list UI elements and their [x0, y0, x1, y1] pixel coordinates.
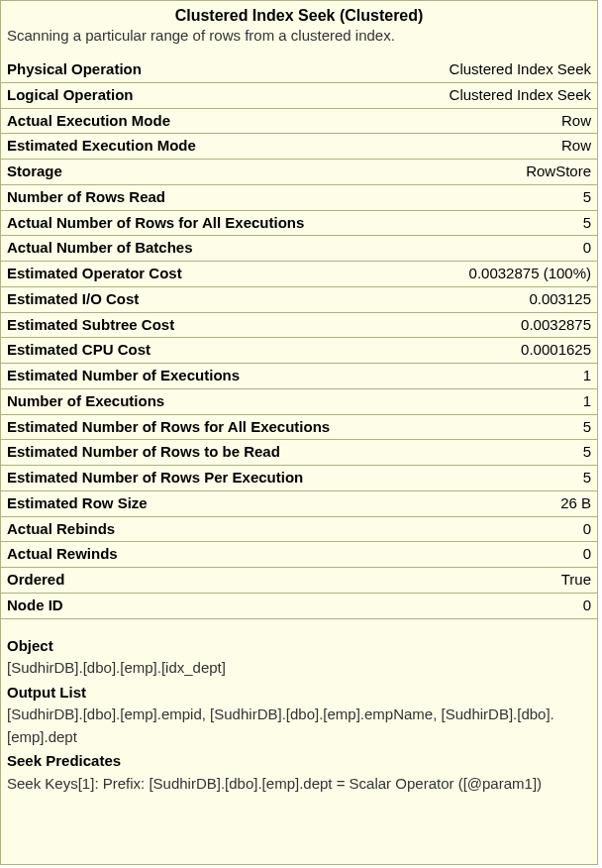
property-row: Estimated Row Size26 B: [1, 491, 597, 517]
property-value: 26 B: [551, 492, 591, 514]
property-value: 0: [573, 237, 591, 259]
details-section: Object[SudhirDB].[dbo].[emp].[idx_dept]O…: [1, 619, 597, 804]
property-value: 0.0032875 (100%): [459, 263, 591, 284]
property-row: Estimated CPU Cost0.0001625: [1, 338, 597, 364]
property-label: Number of Executions: [7, 390, 164, 412]
property-label: Actual Execution Mode: [7, 110, 170, 132]
property-row: OrderedTrue: [1, 568, 597, 594]
property-row: Estimated Number of Executions1: [1, 364, 597, 389]
property-value: 0: [573, 595, 591, 616]
property-label: Storage: [7, 161, 62, 182]
section-text: [SudhirDB].[dbo].[emp].empid, [SudhirDB]…: [7, 704, 591, 748]
property-row: Number of Rows Read5: [1, 185, 597, 211]
property-row: Physical OperationClustered Index Seek: [1, 57, 597, 83]
property-label: Estimated Operator Cost: [7, 263, 182, 284]
property-row: Estimated Operator Cost0.0032875 (100%): [1, 262, 597, 287]
property-value: Row: [552, 135, 591, 157]
property-row: Estimated I/O Cost0.003125: [1, 287, 597, 313]
property-row: Actual Rebinds0: [1, 517, 597, 543]
property-label: Logical Operation: [7, 84, 134, 106]
property-value: 0.0001625: [511, 339, 591, 361]
property-label: Actual Rebinds: [7, 518, 115, 540]
property-row: Estimated Number of Rows for All Executi…: [1, 415, 597, 441]
property-value: RowStore: [516, 161, 591, 182]
property-label: Actual Rewinds: [7, 543, 118, 565]
section-label: Output List: [7, 682, 591, 705]
property-value: Clustered Index Seek: [440, 84, 591, 106]
query-plan-tooltip: Clustered Index Seek (Clustered) Scannin…: [0, 0, 598, 865]
property-value: 0.003125: [519, 288, 591, 310]
tooltip-description: Scanning a particular range of rows from…: [1, 27, 597, 57]
property-label: Estimated I/O Cost: [7, 288, 139, 310]
property-row: Actual Execution ModeRow: [1, 109, 597, 135]
section-label: Seek Predicates: [7, 750, 591, 773]
property-value: 5: [573, 441, 591, 463]
section-text: [SudhirDB].[dbo].[emp].[idx_dept]: [7, 657, 591, 680]
property-row: Node ID0: [1, 594, 597, 619]
property-value: 5: [573, 467, 591, 488]
property-value: 5: [573, 212, 591, 234]
property-value: 0: [573, 518, 591, 540]
property-label: Actual Number of Rows for All Executions: [7, 212, 304, 234]
property-label: Estimated Number of Rows Per Execution: [7, 467, 303, 488]
property-row: Estimated Number of Rows to be Read5: [1, 440, 597, 466]
property-label: Estimated Subtree Cost: [7, 314, 174, 336]
property-row: Actual Number of Rows for All Executions…: [1, 211, 597, 237]
section-text: Seek Keys[1]: Prefix: [SudhirDB].[dbo].[…: [7, 773, 591, 796]
property-value: Clustered Index Seek: [440, 58, 591, 80]
property-value: 5: [573, 186, 591, 208]
property-value: 0: [573, 543, 591, 565]
property-row: Number of Executions1: [1, 389, 597, 415]
property-label: Physical Operation: [7, 58, 142, 80]
property-row: Logical OperationClustered Index Seek: [1, 83, 597, 109]
property-label: Number of Rows Read: [7, 186, 165, 208]
property-label: Actual Number of Batches: [7, 237, 193, 259]
property-label: Node ID: [7, 595, 63, 616]
property-label: Estimated Row Size: [7, 492, 148, 514]
property-label: Estimated Execution Mode: [7, 135, 196, 157]
property-value: 1: [573, 390, 591, 412]
property-list: Physical OperationClustered Index SeekLo…: [1, 57, 597, 619]
tooltip-title: Clustered Index Seek (Clustered): [1, 1, 597, 27]
property-label: Estimated Number of Rows to be Read: [7, 441, 280, 463]
property-row: Estimated Subtree Cost0.0032875: [1, 313, 597, 339]
property-label: Estimated CPU Cost: [7, 339, 150, 361]
property-row: Actual Number of Batches0: [1, 236, 597, 262]
property-value: Row: [552, 110, 591, 132]
property-value: 5: [573, 416, 591, 438]
property-label: Ordered: [7, 569, 64, 591]
property-row: Estimated Execution ModeRow: [1, 134, 597, 160]
property-value: 0.0032875: [511, 314, 591, 336]
property-row: Actual Rewinds0: [1, 542, 597, 568]
property-row: StorageRowStore: [1, 160, 597, 185]
property-row: Estimated Number of Rows Per Execution5: [1, 466, 597, 491]
property-value: 1: [573, 365, 591, 386]
property-label: Estimated Number of Rows for All Executi…: [7, 416, 330, 438]
property-label: Estimated Number of Executions: [7, 365, 240, 386]
section-label: Object: [7, 635, 591, 658]
property-value: True: [552, 569, 591, 591]
